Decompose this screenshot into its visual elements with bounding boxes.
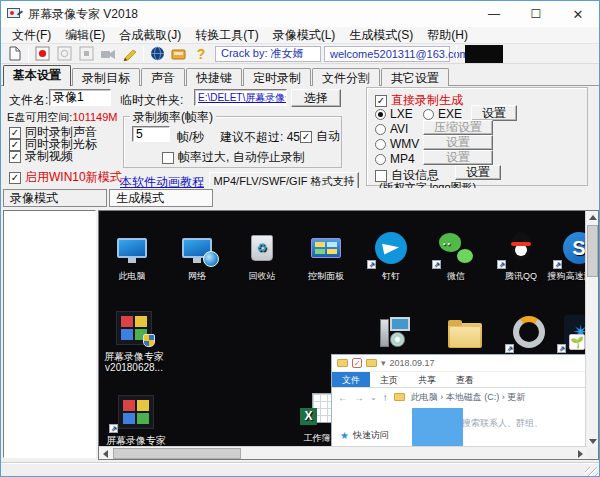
explorer-ribbon-tabs: 文件 主页 共享 查看 bbox=[332, 372, 585, 388]
title-bar: 屏幕录像专家 V2018 — ☐ ✕ bbox=[1, 1, 599, 27]
crack-email: welcome5201311@163.com bbox=[324, 46, 450, 62]
stop-icon bbox=[79, 46, 94, 61]
toolbar: ? Crack by: 准女婿 welcome5201311@163.com bbox=[1, 44, 599, 64]
radio-wmv[interactable]: WMV bbox=[375, 137, 419, 151]
tab-other-settings[interactable]: 其它设置 bbox=[381, 68, 449, 86]
new-file-button[interactable] bbox=[4, 45, 26, 63]
explorer-tab-file: 文件 bbox=[332, 372, 370, 387]
tab-file-split[interactable]: 文件分割 bbox=[312, 68, 380, 86]
choose-folder-button[interactable]: 选择 bbox=[291, 89, 341, 107]
globe-icon bbox=[203, 251, 219, 267]
computer-icon bbox=[117, 238, 147, 258]
explorer-tab-home: 主页 bbox=[370, 372, 408, 387]
radio-mp4[interactable]: MP4 bbox=[375, 152, 415, 166]
recording-list[interactable] bbox=[3, 210, 96, 458]
scroll-left-icon[interactable] bbox=[99, 447, 112, 460]
avi-compress-button: 压缩设置 bbox=[423, 120, 493, 135]
desktop-icon-recycle-bin: ♻ 回收站 bbox=[232, 227, 292, 282]
tutorial-button[interactable] bbox=[168, 45, 190, 63]
tab-record-mode[interactable]: 录像模式 bbox=[3, 189, 107, 207]
preview-horizontal-scrollbar[interactable] bbox=[99, 446, 587, 459]
preview-vertical-scrollbar[interactable] bbox=[585, 211, 598, 448]
pause-button[interactable] bbox=[53, 45, 75, 63]
forward-icon: → bbox=[354, 392, 364, 403]
search-placeholder: 搜索联系人、群组、 bbox=[462, 417, 543, 430]
shortcut-arrow-icon: ↗ bbox=[367, 260, 376, 269]
radio-icon bbox=[375, 124, 386, 135]
menu-convert-tools[interactable]: 转换工具(T) bbox=[188, 27, 265, 44]
framerate-stop-checkbox[interactable]: 帧率过大, 自动停止录制 bbox=[162, 149, 305, 166]
desktop-icon-qq: ↗ 腾讯QQ bbox=[491, 227, 551, 282]
new-file-icon bbox=[8, 46, 22, 61]
checkbox-unchecked-icon bbox=[162, 152, 174, 164]
menu-record-mode[interactable]: 录像模式(L) bbox=[266, 27, 343, 44]
tab-sound[interactable]: 声音 bbox=[141, 68, 185, 86]
pen-button[interactable] bbox=[119, 45, 141, 63]
tab-basic-settings[interactable]: 基本设置 bbox=[3, 65, 71, 86]
main-area: 此电脑 网络 ♻ 回收站 控制面板 ↗ 钉钉 bbox=[1, 208, 599, 462]
shortcut-arrow-icon: ↗ bbox=[505, 344, 514, 353]
scroll-down-icon[interactable] bbox=[586, 435, 599, 448]
desktop-icon-this-pc: 此电脑 bbox=[102, 227, 162, 282]
menu-edit[interactable]: 编辑(E) bbox=[58, 27, 112, 44]
tab-scheduled-record[interactable]: 定时录制 bbox=[243, 68, 311, 86]
mode-tab-strip: 录像模式 生成模式 bbox=[1, 188, 599, 208]
explorer-nav-bar: ←→⌄↑ 此电脑 › 本地磁盘 (C:) › 更新 bbox=[332, 388, 585, 406]
custom-info-settings-button[interactable]: 设置 bbox=[455, 165, 501, 180]
scroll-up-icon[interactable] bbox=[586, 211, 599, 224]
preview-pane: 此电脑 网络 ♻ 回收站 控制面板 ↗ 钉钉 bbox=[98, 210, 599, 460]
menu-file[interactable]: 文件(F) bbox=[5, 27, 58, 44]
crack-text: Crack by: 准女婿 bbox=[215, 46, 321, 62]
globe-icon bbox=[150, 46, 165, 61]
tab-hotkeys[interactable]: 快捷键 bbox=[186, 68, 242, 86]
maximize-button[interactable]: ☐ bbox=[515, 1, 557, 27]
radio-lxe[interactable]: LXE bbox=[375, 107, 413, 121]
desktop-icon-overwatch: ↗ bbox=[499, 311, 559, 355]
help-button[interactable]: ? bbox=[190, 45, 212, 63]
menu-help[interactable]: 帮助(H) bbox=[420, 27, 475, 44]
scroll-right-icon[interactable] bbox=[574, 447, 587, 460]
settings-tab-strip: 基本设置 录制目标 声音 快捷键 定时录制 文件分割 其它设置 bbox=[1, 64, 599, 86]
minimize-button[interactable]: — bbox=[473, 1, 515, 27]
pen-icon bbox=[122, 47, 138, 61]
stop-button[interactable] bbox=[75, 45, 97, 63]
up-icon: ↑ bbox=[383, 392, 388, 403]
record-video-checkbox[interactable]: ✓录制视频 bbox=[9, 148, 73, 165]
folder-icon bbox=[337, 359, 348, 367]
shortcut-arrow-icon: ↗ bbox=[557, 344, 566, 353]
checkbox-checked-icon: ✓ bbox=[9, 172, 21, 184]
win10-mode-checkbox[interactable]: ✓启用WIN10新模式 bbox=[9, 169, 122, 186]
resize-grip-icon[interactable] bbox=[585, 467, 598, 477]
checkbox-checked-icon: ✓ bbox=[300, 131, 312, 143]
explorer-titlebar: ✓ ▾ 2018.09.17 bbox=[332, 355, 585, 372]
shield-icon bbox=[143, 334, 155, 347]
menu-capture[interactable]: 合成截取(J) bbox=[112, 27, 188, 44]
pause-icon bbox=[57, 46, 72, 61]
record-button[interactable] bbox=[31, 45, 53, 63]
close-button[interactable]: ✕ bbox=[557, 1, 599, 27]
horizontal-scroll-thumb[interactable] bbox=[113, 448, 241, 459]
vertical-scroll-thumb[interactable] bbox=[587, 225, 598, 277]
temp-folder-value[interactable]: E:\DELET\屏幕录像专家 V bbox=[194, 89, 287, 106]
menu-generate-mode[interactable]: 生成模式(S) bbox=[342, 27, 420, 44]
star-icon: ★ bbox=[340, 430, 349, 441]
tab-record-target[interactable]: 录制目标 bbox=[72, 68, 140, 86]
radio-avi[interactable]: AVI bbox=[375, 122, 408, 136]
qq-icon bbox=[508, 232, 534, 264]
web-button[interactable] bbox=[146, 45, 168, 63]
preview-thumbnail bbox=[465, 45, 503, 63]
window-title: 屏幕录像专家 V2018 bbox=[28, 6, 138, 23]
mp4-settings-button: 设置 bbox=[423, 150, 493, 165]
camera-button[interactable] bbox=[97, 45, 119, 63]
tab-generate-mode[interactable]: 生成模式 bbox=[109, 189, 213, 207]
framerate-input[interactable] bbox=[132, 126, 170, 142]
explorer-tab-view: 查看 bbox=[446, 372, 484, 387]
filename-input[interactable] bbox=[49, 89, 111, 106]
framerate-auto-checkbox[interactable]: ✓自动 bbox=[300, 128, 340, 145]
desktop-icon-installer bbox=[365, 311, 425, 355]
checkbox-checked-icon: ✓ bbox=[9, 151, 21, 163]
basic-settings-panel: 文件名: E盘可用空间:101149M ✓同时录制声音 ✓同时录制光标 ✓录制视… bbox=[1, 86, 599, 188]
app-window: 屏幕录像专家 V2018 — ☐ ✕ 文件(F) 编辑(E) 合成截取(J) 转… bbox=[0, 0, 600, 477]
framerate-hint: 建议不超过: 45 bbox=[220, 129, 300, 146]
menu-bar: 文件(F) 编辑(E) 合成截取(J) 转换工具(T) 录像模式(L) 生成模式… bbox=[1, 27, 599, 44]
